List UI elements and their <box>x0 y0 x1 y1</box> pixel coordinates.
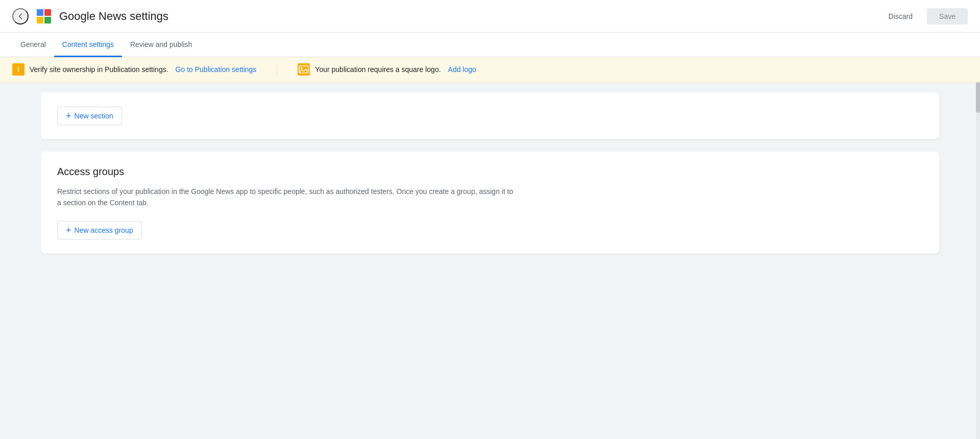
app-icon <box>35 7 53 26</box>
tabs-bar: General Content settings Review and publ… <box>0 33 980 57</box>
svg-point-10 <box>301 67 303 69</box>
svg-rect-2 <box>37 9 43 16</box>
banner-divider <box>277 63 277 76</box>
svg-rect-5 <box>44 17 51 23</box>
image-icon <box>298 63 310 76</box>
access-groups-description: Restrict sections of your publication in… <box>57 186 517 209</box>
header-actions: Discard Save <box>880 8 968 25</box>
plus-icon-2: + <box>66 226 71 235</box>
new-access-group-button[interactable]: + New access group <box>57 221 142 239</box>
page-title: Google News settings <box>59 10 168 23</box>
save-button[interactable]: Save <box>927 8 968 25</box>
svg-text:!: ! <box>17 65 20 74</box>
main-content: + New section Access groups Restrict sec… <box>0 82 980 439</box>
notification-banner: ! Verify site ownership in Publication s… <box>0 57 980 82</box>
scrollbar[interactable] <box>976 82 980 439</box>
svg-rect-4 <box>37 17 43 23</box>
banner-link-2[interactable]: Add logo <box>448 65 476 74</box>
discard-button[interactable]: Discard <box>880 8 921 25</box>
header-left: Google News settings <box>12 7 168 26</box>
banner-item-2: Your publication requires a square logo.… <box>298 63 476 76</box>
tab-content-settings[interactable]: Content settings <box>54 33 122 57</box>
banner-text-1: Verify site ownership in Publication set… <box>30 65 168 74</box>
banner-text-2: Your publication requires a square logo. <box>315 65 440 74</box>
header: Google News settings Discard Save <box>0 0 980 33</box>
back-arrow-button[interactable] <box>12 8 29 25</box>
tab-general[interactable]: General <box>12 33 54 57</box>
svg-rect-3 <box>44 9 51 16</box>
new-section-button[interactable]: + New section <box>57 107 122 125</box>
banner-item-1: ! Verify site ownership in Publication s… <box>12 63 256 76</box>
new-section-label: New section <box>75 112 113 120</box>
access-groups-card: Access groups Restrict sections of your … <box>41 152 939 254</box>
tab-review-publish[interactable]: Review and publish <box>122 33 200 57</box>
warning-icon: ! <box>12 63 24 76</box>
new-access-group-label: New access group <box>75 226 133 234</box>
scrollbar-thumb[interactable] <box>976 82 980 113</box>
new-section-card: + New section <box>41 92 939 139</box>
plus-icon: + <box>66 111 71 120</box>
access-groups-title: Access groups <box>57 166 923 178</box>
banner-link-1[interactable]: Go to Publication settings <box>176 65 257 74</box>
